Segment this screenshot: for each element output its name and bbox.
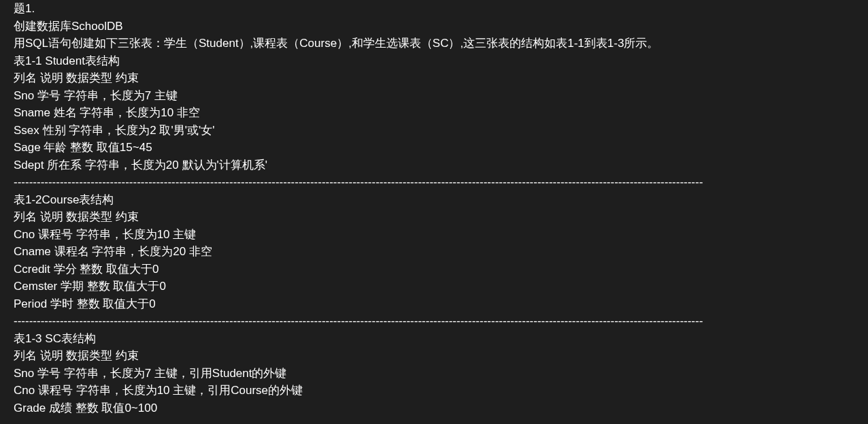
table3-row: Cno 课程号 字符串，长度为10 主键，引用Course的外键 bbox=[14, 382, 854, 399]
table1-row: Ssex 性别 字符串，长度为2 取'男'或'女' bbox=[14, 122, 854, 140]
table3-header: 列名 说明 数据类型 约束 bbox=[14, 347, 854, 365]
table1-row: Sage 年龄 整数 取值15~45 bbox=[14, 139, 854, 157]
table3-title: 表1-3 SC表结构 bbox=[14, 330, 854, 348]
document-content: 题1. 创建数据库SchoolDB 用SQL语句创建如下三张表：学生（Stude… bbox=[0, 0, 868, 424]
divider: ----------------------------------------… bbox=[14, 174, 854, 191]
table2-row: Cno 课程号 字符串，长度为10 主键 bbox=[14, 226, 854, 244]
table2-row: Ccredit 学分 整数 取值大于0 bbox=[14, 261, 854, 278]
divider: ----------------------------------------… bbox=[14, 312, 854, 330]
partial-header: 题1. bbox=[14, 0, 854, 18]
table2-row: Period 学时 整数 取值大于0 bbox=[14, 295, 854, 313]
table1-header: 列名 说明 数据类型 约束 bbox=[14, 69, 854, 87]
table2-title: 表1-2Course表结构 bbox=[14, 191, 854, 209]
table2-row: Cemster 学期 整数 取值大于0 bbox=[14, 278, 854, 295]
table2-header: 列名 说明 数据类型 约束 bbox=[14, 208, 854, 226]
table1-row: Sno 学号 字符串，长度为7 主键 bbox=[14, 87, 854, 105]
sql-intro-line: 用SQL语句创建如下三张表：学生（Student）,课程表（Course）,和学… bbox=[14, 35, 854, 52]
table3-row: Grade 成绩 整数 取值0~100 bbox=[14, 399, 854, 417]
table3-row: Sno 学号 字符串，长度为7 主键，引用Student的外键 bbox=[14, 365, 854, 382]
table2-row: Cname 课程名 字符串，长度为20 非空 bbox=[14, 243, 854, 261]
table1-title: 表1-1 Student表结构 bbox=[14, 52, 854, 70]
table1-row: Sdept 所在系 字符串，长度为20 默认为'计算机系' bbox=[14, 157, 854, 174]
create-db-line: 创建数据库SchoolDB bbox=[14, 18, 854, 35]
table1-row: Sname 姓名 字符串，长度为10 非空 bbox=[14, 104, 854, 122]
divider: ----------------------------------------… bbox=[14, 417, 854, 424]
